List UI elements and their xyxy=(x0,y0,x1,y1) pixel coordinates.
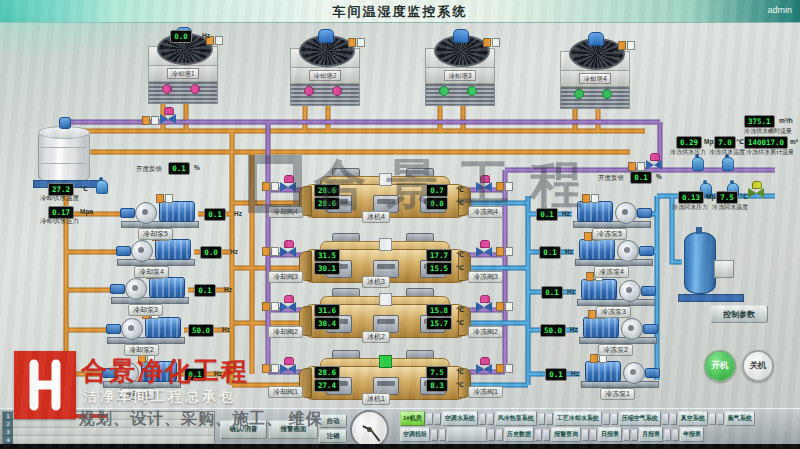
nav-vacuum-system[interactable]: 真空系统 xyxy=(678,411,708,426)
valve-status-indicators xyxy=(628,162,645,171)
chilled-valve-1-icon[interactable] xyxy=(476,362,492,374)
expansion-tank-base xyxy=(678,294,744,302)
nav-compressed-air-system[interactable]: 压缩空气系统 xyxy=(619,411,661,426)
tower-name-plate: 冷却塔3 xyxy=(444,70,475,81)
tower-status-indicators xyxy=(483,38,500,47)
cooling-tower-2[interactable]: 冷却塔2 xyxy=(290,48,360,106)
nav-heat-pump-system[interactable]: 风冷热泵系统 xyxy=(495,411,537,426)
chilled-pump-4[interactable] xyxy=(574,238,654,264)
cooling-valve-1-icon[interactable] xyxy=(280,362,296,374)
nav-ac-water-system[interactable]: 空调水系统 xyxy=(442,411,478,426)
chilled-pump-3[interactable] xyxy=(576,278,656,304)
chiller4-out-top-temp: 0.7 xyxy=(426,184,448,197)
flow-total-unit: m³ xyxy=(790,138,798,145)
pump-volute xyxy=(125,278,147,300)
chilled-pump5-hz-readout: 0.1 xyxy=(536,208,558,221)
cooling-valve-3-icon[interactable] xyxy=(280,245,296,257)
pump-inlet xyxy=(639,246,654,256)
alarm-row-number: 2 xyxy=(3,420,13,428)
cooling-tower-4[interactable]: 冷却塔4 xyxy=(560,51,630,109)
start-button[interactable]: 开机 xyxy=(704,350,736,382)
temp-unit: ℃ xyxy=(456,199,464,207)
nav-alarm-query[interactable]: 报警查询 xyxy=(551,427,581,442)
stop-button[interactable]: 关机 xyxy=(742,350,774,382)
chiller4-in-top-temp: 28.6 xyxy=(314,184,340,197)
nav-machine-room-1[interactable]: 1#机房 xyxy=(400,411,425,426)
valve-feedback-left-readout: 0.1 xyxy=(168,162,190,175)
bypass-valve-right-icon[interactable] xyxy=(646,158,662,170)
pump-motor xyxy=(145,317,181,338)
expansion-tank-vessel xyxy=(684,232,716,294)
chilled-valve-4-icon[interactable] xyxy=(476,180,492,192)
nav-ahu[interactable]: 空调机组 xyxy=(400,427,430,442)
cooling-pump-3[interactable] xyxy=(110,276,190,302)
chiller1-in-bottom-temp: 27.4 xyxy=(314,379,340,392)
cooling-valve-2-label: 冷却阀2 xyxy=(268,326,303,338)
cooling-pump-5[interactable] xyxy=(120,200,200,226)
tower-valve-icon[interactable] xyxy=(190,84,200,94)
valve-status-indicators xyxy=(496,302,513,311)
logout-button[interactable]: 注销 xyxy=(319,429,347,443)
chiller1-out-top-temp: 7.5 xyxy=(426,366,448,379)
pump-base xyxy=(573,221,651,228)
alarm-row-number: 3 xyxy=(3,428,13,436)
hz-unit: Hz xyxy=(570,326,578,333)
pump-base xyxy=(111,297,189,304)
nav-history-data[interactable]: 历史数据 xyxy=(504,427,534,442)
pump-status-indicators xyxy=(582,194,599,203)
pump-volute xyxy=(615,202,637,224)
cooling-pump-4[interactable] xyxy=(116,238,196,264)
alarm-row[interactable]: 4 xyxy=(3,436,214,444)
chilled-pump4-name: 冷冻泵4 xyxy=(594,266,629,278)
tower-valve-icon[interactable] xyxy=(162,84,172,94)
nav-yearly-report[interactable]: 年报表 xyxy=(680,427,704,442)
tower-valve-icon[interactable] xyxy=(467,86,477,96)
pump-volute xyxy=(619,280,641,302)
temp-unit: ℃ xyxy=(456,306,464,314)
bypass-valve-left-icon[interactable] xyxy=(160,112,176,124)
tower-grill xyxy=(425,84,495,106)
pump-motor xyxy=(579,239,615,260)
cooling-tower-3[interactable]: 冷却塔3 xyxy=(425,48,495,106)
pump-motor xyxy=(577,201,613,222)
chilled-pump-2[interactable] xyxy=(578,316,658,342)
tower-valve-icon[interactable] xyxy=(602,89,612,99)
supply-temp-unit: ℃ xyxy=(736,138,744,146)
nav-process-cooling-system[interactable]: 工艺冷却水系统 xyxy=(554,411,602,426)
tower-status-indicators xyxy=(348,38,365,47)
valve-feedback-right-unit: % xyxy=(656,173,662,180)
cooling-valve-1-label: 冷却阀1 xyxy=(268,386,303,398)
nav-nitrogen-system[interactable]: 氮气系统 xyxy=(725,411,755,426)
return-line-valve-icon[interactable] xyxy=(748,186,764,198)
chilled-pump3-hz-readout: 0.1 xyxy=(541,286,563,299)
temp-unit: ℃ xyxy=(456,251,464,259)
cooling-water-tank[interactable] xyxy=(38,130,90,182)
tower-valve-icon[interactable] xyxy=(574,89,584,99)
expansion-tank[interactable] xyxy=(682,228,742,300)
chilled-pump-5[interactable] xyxy=(572,200,652,226)
chilled-valve-3-icon[interactable] xyxy=(476,245,492,257)
chilled-valve-2-icon[interactable] xyxy=(476,300,492,312)
tower-valve-icon[interactable] xyxy=(304,86,314,96)
tower1-frequency-unit: Hz xyxy=(202,32,210,39)
cooling-valve-4-label: 冷却阀4 xyxy=(268,206,303,218)
cooling-supply-temp-label: 冷却供水温度 xyxy=(40,194,79,203)
nav-monthly-report[interactable]: 月报表 xyxy=(639,427,663,442)
pump-volute xyxy=(135,202,157,224)
chiller2-out-bottom-temp: 15.7 xyxy=(426,317,452,330)
cooling-valve-4-icon[interactable] xyxy=(280,180,296,192)
control-params-button[interactable]: 控制参数 xyxy=(710,305,768,323)
auto-button[interactable]: 自动 xyxy=(319,414,347,428)
tower-valve-icon[interactable] xyxy=(439,86,449,96)
valve-status-indicators xyxy=(496,182,513,191)
tower-grill xyxy=(148,82,218,104)
nav-button-blank[interactable] xyxy=(447,427,487,442)
tower-valve-icon[interactable] xyxy=(332,86,342,96)
cooling-valve-2-icon[interactable] xyxy=(280,300,296,312)
pump-base xyxy=(117,259,195,266)
cooling-pump-2[interactable] xyxy=(106,316,186,342)
nav-daily-report[interactable]: 日报表 xyxy=(598,427,622,442)
cooling-tower-1[interactable]: 冷却塔1 xyxy=(148,46,218,104)
valve-status-indicators xyxy=(262,302,279,311)
chilled-pump-1[interactable] xyxy=(580,360,660,386)
